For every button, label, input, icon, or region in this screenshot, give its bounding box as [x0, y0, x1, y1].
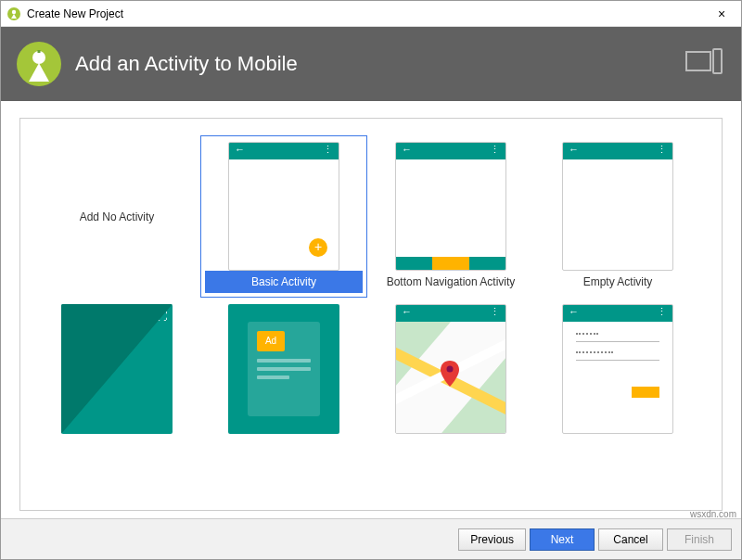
thumbnail-login — [562, 304, 673, 434]
activity-label: Basic Activity — [205, 271, 363, 293]
activity-option-empty[interactable]: Empty Activity — [534, 135, 701, 298]
activity-option-admob[interactable]: Ad — [200, 298, 367, 460]
thumbnail-admob: Ad — [228, 304, 339, 434]
activity-option-fullscreen[interactable]: ← ⛶ — [33, 298, 200, 460]
activity-option-login[interactable] — [534, 298, 701, 460]
fab-icon: + — [309, 238, 327, 257]
previous-button[interactable]: Previous — [458, 528, 526, 551]
app-icon — [6, 6, 21, 21]
map-pin-icon — [441, 361, 459, 387]
finish-button[interactable]: Finish — [667, 528, 732, 551]
svg-point-3 — [32, 51, 45, 64]
android-studio-logo-icon — [16, 41, 62, 87]
svg-rect-6 — [713, 49, 722, 73]
next-button[interactable]: Next — [530, 528, 595, 551]
thumbnail-fullscreen: ← ⛶ — [61, 304, 173, 434]
content-area: Add No Activity + Basic Activity Bottom … — [1, 101, 741, 518]
activity-grid-container: Add No Activity + Basic Activity Bottom … — [19, 118, 723, 511]
svg-point-11 — [447, 366, 454, 373]
svg-point-1 — [12, 9, 16, 13]
thumbnail-maps — [395, 304, 506, 434]
activity-option-bottom-nav[interactable]: Bottom Navigation Activity — [367, 135, 534, 298]
activity-label: Add No Activity — [38, 210, 196, 223]
thumbnail-bottom-nav — [395, 142, 506, 271]
window-title: Create New Project — [27, 7, 123, 20]
svg-marker-7 — [61, 304, 173, 434]
ad-badge: Ad — [257, 331, 285, 351]
cancel-button[interactable]: Cancel — [598, 528, 663, 551]
svg-rect-4 — [38, 50, 41, 53]
wizard-footer: Previous Next Cancel Finish — [1, 518, 741, 559]
device-outline-icon — [685, 48, 723, 80]
activity-option-maps[interactable] — [367, 298, 534, 460]
activity-grid: Add No Activity + Basic Activity Bottom … — [33, 135, 709, 460]
titlebar: Create New Project × — [1, 1, 741, 27]
svg-rect-5 — [686, 52, 710, 70]
activity-label: Empty Activity — [539, 271, 697, 293]
activity-option-none[interactable]: Add No Activity — [33, 135, 200, 298]
watermark: wsxdn.com — [690, 509, 736, 519]
thumbnail-empty — [562, 142, 673, 271]
thumbnail-basic: + — [228, 142, 339, 271]
activity-label: Bottom Navigation Activity — [372, 271, 530, 293]
activity-option-basic[interactable]: + Basic Activity — [200, 135, 367, 298]
header-title: Add an Activity to Mobile — [75, 52, 685, 76]
close-icon[interactable]: × — [708, 6, 736, 21]
wizard-header: Add an Activity to Mobile — [1, 27, 741, 101]
